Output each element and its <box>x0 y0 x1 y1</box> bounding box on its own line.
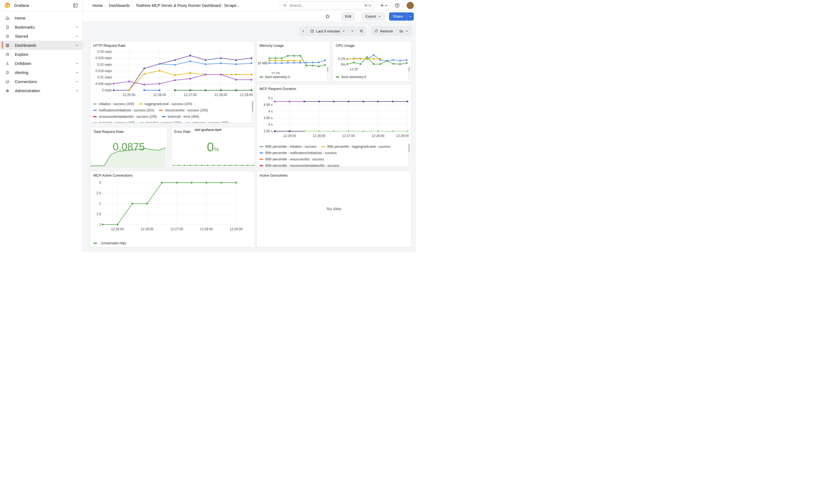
legend-item[interactable]: fetch-telemetry-0 <box>259 75 290 79</box>
legend-label: fetch-telemetry-0 <box>265 75 290 79</box>
svg-text:5 s: 5 s <box>268 96 272 100</box>
svg-text:0.005 req/s: 0.005 req/s <box>96 82 112 86</box>
svg-text:12:25:00: 12:25:00 <box>123 93 135 97</box>
legend-item[interactable]: 95th percentile - logging/setLevel - suc… <box>321 145 390 149</box>
legend-item[interactable]: - (streamable-http) <box>93 241 126 245</box>
legend-item[interactable]: fetch-telemetry-0 <box>336 75 366 79</box>
legend-item[interactable]: initialize - success (200) <box>93 102 134 106</box>
chevron-down-icon[interactable] <box>75 26 79 29</box>
sidebar-item-label: Bookmarks <box>15 25 35 29</box>
legend-color-chip <box>162 116 166 117</box>
svg-text:4 s: 4 s <box>268 109 272 113</box>
breadcrumb: Home › Dashboards › ToolHive MCP Server … <box>93 3 240 8</box>
legend-item[interactable]: 95th percentile - notifications/initiali… <box>259 151 337 155</box>
panel-mcp-request-duration: MCP Request Duration 5 s4.50 s4 s3.50 s3… <box>256 84 411 167</box>
legend-label: resources/list - success (200) <box>165 108 208 112</box>
sidebar-item-administration[interactable]: Administration <box>0 86 82 95</box>
chart-cpu: 0.2%0%12:25 <box>334 48 410 74</box>
legend-label: fetch-telemetry-0 <box>341 75 366 79</box>
refresh-icon <box>374 29 378 33</box>
svg-text:16 MiB: 16 MiB <box>258 61 268 65</box>
zoom-out-button[interactable] <box>357 27 366 35</box>
legend-item[interactable]: logging/setLevel - success (200) <box>139 102 192 106</box>
time-range-label: Last 5 minutes <box>316 29 340 33</box>
time-range-picker[interactable]: Last 5 minutes <box>307 27 348 35</box>
sidebar-item-drilldown[interactable]: Drilldown <box>0 59 82 68</box>
share-button[interactable]: Share <box>389 12 407 21</box>
panel-title[interactable]: Active Goroutines <box>257 171 411 178</box>
legend-item[interactable]: resources/list - success (200) <box>159 108 208 112</box>
chevron-down-icon[interactable] <box>75 35 79 38</box>
sidebar-item-starred[interactable]: Starred <box>0 32 82 41</box>
legend-item[interactable]: tools/call - success (200) <box>93 121 135 123</box>
chevron-down-icon <box>342 30 345 33</box>
time-forward-button[interactable] <box>348 27 356 35</box>
gear-icon <box>5 88 10 93</box>
add-button[interactable] <box>380 3 388 8</box>
legend-scrollbar-thumb[interactable] <box>252 101 253 112</box>
legend-label: - (streamable-http) <box>99 241 126 245</box>
sidebar-item-connections[interactable]: Connections <box>0 77 82 86</box>
svg-text:12:26:00: 12:26:00 <box>140 227 154 231</box>
legend-item[interactable]: tools/list - success (200) <box>140 121 181 123</box>
legend-item[interactable]: 95th percentile - initialize - success <box>259 145 316 149</box>
refresh-button[interactable]: Refresh <box>371 27 396 35</box>
panel-title[interactable]: CPU Usage <box>333 41 411 48</box>
legend-item[interactable]: notifications/initialized - success (202… <box>93 108 154 112</box>
legend-scrollbar-thumb[interactable] <box>327 67 329 72</box>
legend-item[interactable]: unknown - success (200) <box>186 121 229 123</box>
legend-item[interactable]: 95th percentile - resources/templates/li… <box>259 164 339 167</box>
chart-http: 0.03 req/s0.025 req/s0.02 req/s0.015 req… <box>93 49 253 102</box>
breadcrumb-separator: › <box>132 3 133 7</box>
sidebar-item-alerting[interactable]: Alerting <box>0 68 82 77</box>
sidebar-toggle-icon[interactable] <box>73 3 78 8</box>
edit-button[interactable]: Edit <box>341 12 355 21</box>
plug-icon <box>5 80 10 84</box>
chevron-down-icon[interactable] <box>75 44 79 47</box>
sidebar-item-home[interactable]: Home <box>0 14 82 23</box>
favorite-star-icon[interactable] <box>325 14 330 19</box>
legend-label: 95th percentile - notifications/initiali… <box>265 151 337 155</box>
breadcrumb-dashboards[interactable]: Dashboards <box>109 3 130 8</box>
legend-label: tools/list - success (200) <box>146 121 181 123</box>
legend-item[interactable]: tools/call - error (404) <box>162 115 199 118</box>
legend-scrollbar-thumb[interactable] <box>408 144 410 152</box>
panel-title[interactable]: MCP Request Duration <box>257 84 411 91</box>
panel-title[interactable]: Memory Usage <box>257 41 330 48</box>
nav-actions: ⌘+k <box>280 1 416 9</box>
sidebar-item-explore[interactable]: Explore <box>0 50 82 59</box>
panel-memory-usage: Memory Usage 16 MiB12:25 fetch-telemetry… <box>256 41 330 82</box>
grafana-logo-icon[interactable] <box>4 2 11 9</box>
avatar[interactable] <box>407 2 414 9</box>
share-menu-caret[interactable] <box>407 12 414 21</box>
breadcrumb-separator: › <box>105 3 106 7</box>
panel-title[interactable]: HTTP Request Rate <box>90 41 255 48</box>
top-nav: Grafana Home › Dashboards › ToolHive MCP… <box>0 0 416 11</box>
chevron-down-icon[interactable] <box>75 89 79 92</box>
chevron-down-icon[interactable] <box>75 62 79 65</box>
sidebar-item-label: Dashboards <box>15 43 36 48</box>
svg-text:0 req/s: 0 req/s <box>102 88 112 92</box>
search-box[interactable]: ⌘+k <box>280 1 374 9</box>
sidebar-item-dashboards[interactable]: Dashboards <box>0 41 82 50</box>
legend-item[interactable]: resources/templates/list - success (200) <box>93 115 157 118</box>
sidebar-item-bookmarks[interactable]: Bookmarks <box>0 23 82 32</box>
export-button[interactable]: Export <box>362 12 385 21</box>
refresh-interval-picker[interactable]: 5s <box>396 27 412 35</box>
help-icon[interactable] <box>394 3 400 8</box>
divider <box>403 2 404 9</box>
svg-text:2.50 s: 2.50 s <box>264 129 272 133</box>
svg-text:2: 2 <box>99 202 101 206</box>
chevron-down-icon[interactable] <box>75 71 79 74</box>
legend-label: initialize - success (200) <box>99 102 134 106</box>
breadcrumb-home[interactable]: Home <box>93 3 103 8</box>
time-back-button[interactable] <box>300 27 307 35</box>
svg-text:0%: 0% <box>341 63 346 67</box>
dashboard-toolbar: Edit Export Share <box>83 11 416 22</box>
search-input[interactable] <box>289 3 362 8</box>
sidebar-item-label: Administration <box>15 88 40 93</box>
legend-item[interactable]: 95th percentile - resources/list - succe… <box>259 157 324 161</box>
legend-scrollbar-thumb[interactable] <box>408 67 410 72</box>
chevron-down-icon[interactable] <box>75 80 79 83</box>
panel-title[interactable]: MCP Active Connections <box>90 171 255 178</box>
